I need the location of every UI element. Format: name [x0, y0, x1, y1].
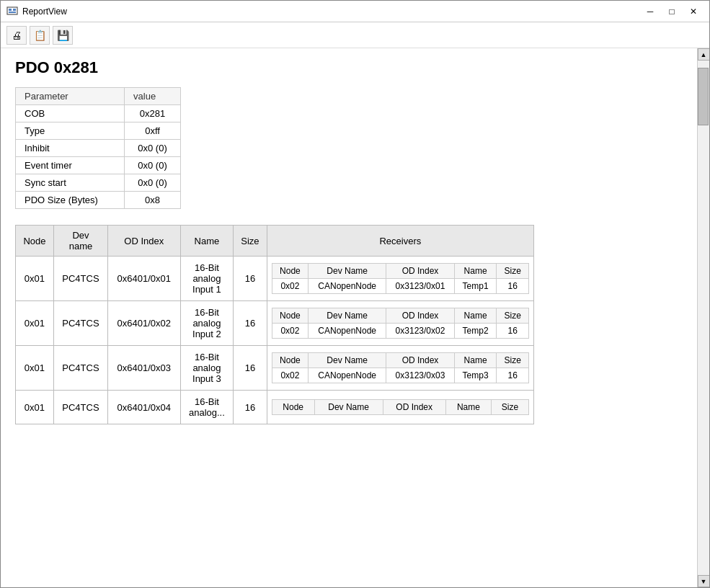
main-header-node: Node	[16, 226, 54, 257]
main-header-size: Size	[234, 226, 267, 257]
params-row-value: 0x8	[125, 192, 181, 209]
main-header-devname: Devname	[53, 226, 107, 257]
main-header-odindex: OD Index	[108, 226, 181, 257]
main-content: PDO 0x281 Parameter value COB0x281Type0x…	[1, 48, 697, 587]
print-button[interactable]: 🖨	[6, 26, 27, 45]
scroll-up-arrow[interactable]: ▲	[698, 48, 710, 61]
main-table: Node Devname OD Index Name Size Receiver…	[15, 225, 534, 424]
close-button[interactable]: ✕	[683, 4, 704, 19]
params-row-value: 0x0 (0)	[125, 140, 181, 157]
window-title: ReportView	[22, 6, 67, 17]
params-row-param: Type	[16, 122, 125, 140]
title-bar-left: ReportView	[6, 6, 67, 17]
params-row-param: PDO Size (Bytes)	[16, 192, 125, 209]
params-row-param: Event timer	[16, 157, 125, 174]
main-header-receivers: Receivers	[267, 226, 533, 257]
list-item: 0x02CANopenNode0x3123/0x03Temp316	[272, 368, 528, 383]
title-bar-controls: ─ □ ✕	[640, 4, 704, 19]
save-button[interactable]: 💾	[53, 26, 73, 45]
name-cell: 16-BitanalogInput 3	[180, 346, 234, 391]
table-row: 0x01PC4TCS0x6401/0x0216-BitanalogInput 2…	[16, 301, 534, 346]
receiver-cell: NodeDev NameOD IndexNameSize	[267, 391, 533, 424]
name-cell: 16-Bitanalog...	[180, 391, 234, 424]
scroll-track[interactable]	[698, 61, 709, 575]
name-cell: 16-BitanalogInput 2	[180, 301, 234, 346]
params-row-param: Inhibit	[16, 140, 125, 157]
params-header-value: value	[125, 88, 181, 105]
table-row: 0x01PC4TCS0x6401/0x0116-BitanalogInput 1…	[16, 257, 534, 301]
svg-rect-3	[9, 12, 16, 13]
inner-receivers-table: NodeDev NameOD IndexNameSize	[272, 399, 529, 415]
name-cell: 16-BitanalogInput 1	[180, 257, 234, 301]
toolbar: 🖨 📋 💾	[1, 22, 709, 48]
list-item: 0x02CANopenNode0x3123/0x02Temp216	[272, 324, 528, 339]
inner-receivers-table: NodeDev NameOD IndexNameSize0x02CANopenN…	[272, 263, 529, 294]
copy-button[interactable]: 📋	[30, 26, 50, 45]
page-title: PDO 0x281	[15, 58, 683, 77]
params-row-param: COB	[16, 105, 125, 122]
minimize-button[interactable]: ─	[640, 4, 660, 19]
app-icon	[6, 6, 18, 17]
scrollbar[interactable]: ▲ ▼	[697, 48, 709, 587]
params-row-value: 0xff	[125, 122, 181, 140]
params-row-value: 0x0 (0)	[125, 157, 181, 174]
scroll-thumb[interactable]	[698, 68, 709, 125]
params-row-value: 0x0 (0)	[125, 174, 181, 192]
title-bar: ReportView ─ □ ✕	[1, 1, 709, 22]
main-header-name: Name	[180, 226, 234, 257]
maximize-button[interactable]: □	[662, 4, 682, 19]
svg-rect-2	[13, 9, 16, 11]
receiver-cell: NodeDev NameOD IndexNameSize0x02CANopenN…	[267, 301, 533, 346]
params-table: Parameter value COB0x281Type0xffInhibit0…	[15, 87, 181, 209]
inner-receivers-table: NodeDev NameOD IndexNameSize0x02CANopenN…	[272, 352, 529, 383]
svg-rect-1	[9, 9, 12, 11]
inner-receivers-table: NodeDev NameOD IndexNameSize0x02CANopenN…	[272, 308, 529, 339]
params-header-param: Parameter	[16, 88, 125, 105]
main-window: ReportView ─ □ ✕ 🖨 📋 💾 PDO 0x281 Paramet…	[0, 0, 710, 588]
table-row: 0x01PC4TCS0x6401/0x0416-Bitanalog...16No…	[16, 391, 534, 424]
params-row-param: Sync start	[16, 174, 125, 192]
table-row: 0x01PC4TCS0x6401/0x0316-BitanalogInput 3…	[16, 346, 534, 391]
receiver-cell: NodeDev NameOD IndexNameSize0x02CANopenN…	[267, 346, 533, 391]
params-row-value: 0x281	[125, 105, 181, 122]
list-item: 0x02CANopenNode0x3123/0x01Temp116	[272, 279, 528, 294]
receiver-cell: NodeDev NameOD IndexNameSize0x02CANopenN…	[267, 257, 533, 301]
scroll-down-arrow[interactable]: ▼	[698, 575, 710, 587]
